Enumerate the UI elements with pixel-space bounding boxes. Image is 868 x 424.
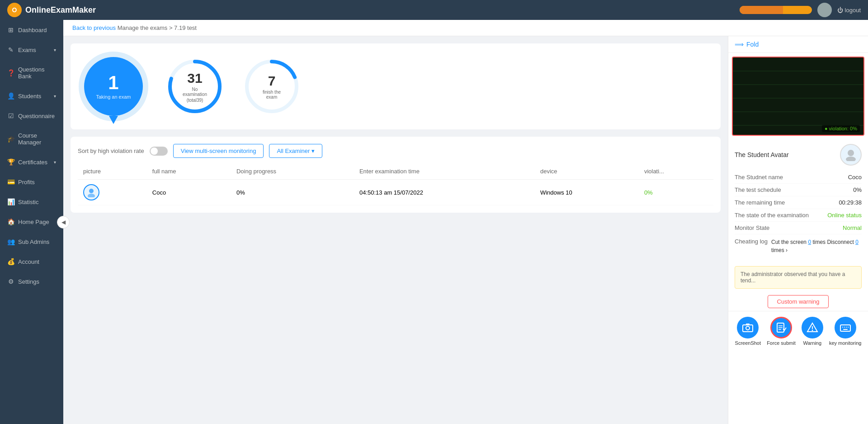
force-submit-icon	[770, 317, 792, 338]
sidebar-collapse-button[interactable]: ◀	[57, 216, 70, 229]
cheating-log-text: Cut the screen 0 times Disconnect 0 time…	[771, 238, 862, 254]
sidebar-item-students[interactable]: 👤 Students ▾	[0, 86, 63, 106]
exam-state-value: Online status	[827, 212, 862, 219]
custom-warning-button[interactable]: Custom warning	[768, 295, 829, 308]
student-progress-cell: 0%	[231, 180, 354, 205]
user-avatar	[817, 3, 832, 17]
logout-button[interactable]: ⏻ logout	[837, 7, 861, 14]
page-content: 1 Taking an exam 31 No ex	[63, 36, 868, 424]
table-controls: Sort by high violation rate View multi-s…	[78, 144, 713, 158]
sidebar-item-certificates[interactable]: 🏆 Certificates ▾	[0, 152, 63, 172]
brand: O OnlineExamMaker	[7, 3, 96, 17]
fold-button[interactable]: ⟹ Fold	[728, 36, 868, 53]
examiner-label: All Examiner	[277, 148, 310, 154]
svg-point-14	[848, 150, 854, 156]
warning-label: Warning	[803, 340, 822, 346]
student-picture-cell	[78, 180, 147, 205]
settings-icon: ⚙	[7, 278, 14, 285]
top-nav-right: ⏻ logout	[740, 3, 861, 17]
cheating-log-label: Cheating log	[735, 238, 768, 254]
student-name-cell: Coco	[147, 180, 231, 205]
student-avatar-large	[840, 144, 862, 166]
info-row-exam-state: The state of the examination Online stat…	[735, 209, 862, 222]
action-buttons: ScreenShot Force submit	[728, 311, 868, 351]
camera-icon	[742, 322, 754, 333]
stat-finish-exam: 7 finish the exam	[242, 57, 301, 116]
info-row-remaining-time: The remaining time 00:29:38	[735, 196, 862, 209]
col-picture: picture	[78, 163, 147, 180]
sidebar: ⊞ Dashboard ✎ Exams ▾ ❓ Questions Bank 👤…	[0, 20, 63, 424]
cut-count-link[interactable]: 0	[808, 239, 811, 245]
student-avatar-small	[83, 184, 99, 200]
avatar-icon	[86, 187, 96, 197]
sidebar-item-label: Account	[18, 258, 39, 265]
sidebar-item-label: Statistic	[18, 199, 39, 205]
sidebar-wrapper: ⊞ Dashboard ✎ Exams ▾ ❓ Questions Bank 👤…	[0, 20, 63, 424]
screenshot-label: ScreenShot	[735, 340, 761, 346]
progress-bar-fill	[740, 6, 783, 14]
screen-preview: ● violation: 0%	[732, 57, 864, 136]
screenshot-icon	[737, 317, 759, 338]
questions-icon: ❓	[7, 69, 14, 76]
student-time-cell: 04:50:13 am 15/07/2022	[354, 180, 535, 205]
brand-name: OnlineExamMaker	[25, 5, 96, 15]
disconnect-count-link[interactable]: 0	[855, 239, 859, 245]
student-avatar-icon	[844, 148, 857, 161]
brand-logo-icon: O	[7, 3, 22, 17]
examiner-arrow-icon: ▾	[311, 148, 315, 154]
sidebar-item-exams[interactable]: ✎ Exams ▾	[0, 40, 63, 60]
sidebar-item-course-manager[interactable]: 🎓 Course Manager	[0, 126, 63, 152]
table-row[interactable]: Coco 0% 04:50:13 am 15/07/2022 Windows 1…	[78, 180, 713, 205]
student-violation-cell: 0%	[639, 180, 713, 205]
sidebar-item-questions-bank[interactable]: ❓ Questions Bank	[0, 60, 63, 86]
times-arrow: times ›	[771, 247, 788, 253]
sidebar-item-label: Sub Admins	[18, 238, 49, 245]
fold-label: Fold	[746, 41, 759, 48]
sidebar-item-label: Questionnaire	[18, 113, 55, 119]
svg-point-6	[89, 189, 94, 193]
screenshot-button[interactable]: ScreenShot	[735, 317, 761, 346]
sidebar-item-home-page[interactable]: 🏠 Home Page	[0, 212, 63, 232]
sidebar-item-questionnaire[interactable]: ☑ Questionnaire	[0, 106, 63, 126]
sidebar-item-statistic[interactable]: 📊 Statistic	[0, 192, 63, 212]
force-submit-button[interactable]: Force submit	[767, 317, 796, 346]
remaining-time-label: The remaining time	[735, 199, 785, 206]
info-row-test-schedule: The test schedule 0%	[735, 184, 862, 196]
questionnaire-icon: ☑	[7, 112, 14, 119]
test-schedule-label: The test schedule	[735, 186, 781, 193]
back-to-previous-link[interactable]: Back to previous	[72, 24, 116, 31]
right-panel: ⟹ Fold	[728, 36, 868, 424]
main-panel: 1 Taking an exam 31 No ex	[63, 36, 728, 424]
svg-rect-26	[840, 325, 850, 331]
sort-label: Sort by high violation rate	[78, 148, 144, 154]
svg-point-7	[88, 194, 95, 197]
taking-exam-label: Taking an exam	[96, 94, 131, 100]
student-avatar-title: The Student Avatar	[735, 151, 789, 158]
monitor-state-value: Normal	[843, 224, 862, 231]
key-monitoring-button[interactable]: key monitoring	[829, 317, 862, 346]
students-table: picture full name Doing progress Enter e…	[78, 163, 713, 205]
account-icon: 💰	[7, 258, 14, 265]
breadcrumb: Back to previous Manage the exams > 7.19…	[63, 20, 868, 36]
warning-button[interactable]: Warning	[802, 317, 823, 346]
sort-toggle[interactable]	[150, 147, 168, 156]
sidebar-item-dashboard[interactable]: ⊞ Dashboard	[0, 20, 63, 40]
key-monitoring-icon	[835, 317, 856, 338]
view-multiscreen-button[interactable]: View multi-screen monitoring	[173, 144, 264, 158]
warning-box: The administrator observed that you have…	[735, 266, 862, 289]
sidebar-item-account[interactable]: 💰 Account	[0, 252, 63, 272]
info-row-monitor-state: Monitor State Normal	[735, 222, 862, 234]
student-name-label: The Studnet name	[735, 174, 783, 181]
sidebar-item-profits[interactable]: 💳 Profits	[0, 172, 63, 192]
top-nav: O OnlineExamMaker ⏻ logout	[0, 0, 868, 20]
examiner-dropdown-button[interactable]: All Examiner ▾	[269, 144, 322, 158]
sidebar-item-label: Home Page	[18, 219, 49, 225]
sidebar-item-sub-admins[interactable]: 👥 Sub Admins	[0, 232, 63, 252]
screen-preview-inner	[733, 57, 863, 135]
key-monitoring-label: key monitoring	[829, 340, 862, 346]
disconnect-text: times Disconnect	[812, 239, 854, 245]
svg-text:O: O	[12, 6, 17, 14]
sidebar-item-label: Students	[18, 93, 41, 100]
student-info-section: The Student Avatar The Studnet name Coco	[728, 139, 868, 262]
sidebar-item-settings[interactable]: ⚙ Settings	[0, 272, 63, 291]
